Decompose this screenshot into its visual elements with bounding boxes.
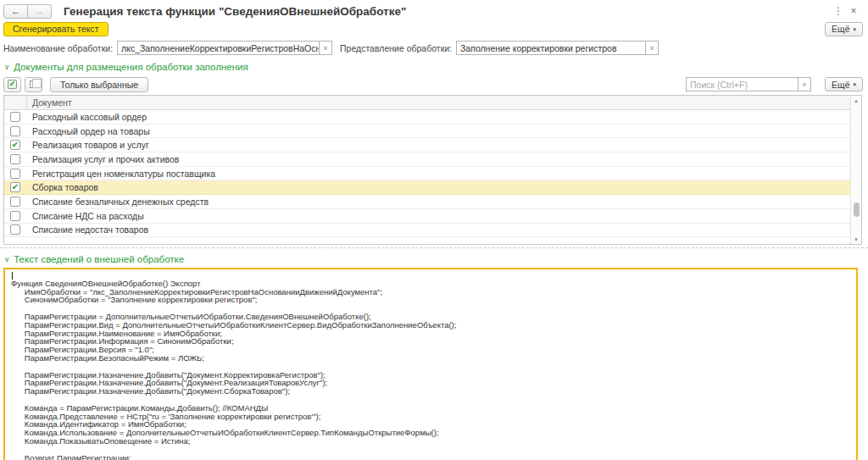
close-icon[interactable]: × xyxy=(846,5,861,17)
row-checkbox[interactable] xyxy=(10,154,20,164)
row-checkbox[interactable] xyxy=(10,169,20,179)
processing-name-label: Наименование обработки: xyxy=(3,43,113,53)
code-line: Возврат ПарамРегистрации; xyxy=(11,454,856,460)
table-header-row: Документ xyxy=(4,96,861,110)
clear-name-icon[interactable]: × xyxy=(319,42,331,54)
code-line: ПарамРегистрации.БезопасныйРежим = ЛОЖЬ; xyxy=(11,354,856,363)
search-input[interactable] xyxy=(687,78,798,91)
section-splitter[interactable] xyxy=(0,247,868,248)
row-checkbox[interactable]: ✔ xyxy=(10,140,20,150)
generate-text-button[interactable]: Сгенерировать текст xyxy=(3,22,108,36)
row-checkbox[interactable] xyxy=(10,197,20,207)
row-checkbox[interactable] xyxy=(10,126,20,136)
row-checkbox[interactable] xyxy=(10,211,20,221)
scrollbar-thumb[interactable] xyxy=(854,202,860,217)
documents-table: Документ Расходный кассовый ордерРасходн… xyxy=(3,95,862,245)
code-line xyxy=(11,446,856,454)
code-line: ПарамРегистрации.Назначение.Добавить("До… xyxy=(11,387,856,396)
document-name: Реализация услуг и прочих активов xyxy=(32,154,179,164)
document-name: Регистрация цен номенклатуры поставщика xyxy=(32,169,215,179)
search-input-group: × xyxy=(686,77,811,91)
processing-name-input-group: лкс_ЗаполнениеКорректировкиРегистровНаОс… xyxy=(117,41,332,55)
check-all-button[interactable]: ✔ xyxy=(3,77,21,92)
uncheck-all-icon xyxy=(30,80,37,88)
uncheck-all-button[interactable] xyxy=(25,77,42,92)
more-button-label: Ещё xyxy=(832,24,849,34)
document-name: Сборка товаров xyxy=(32,182,98,192)
text-cursor xyxy=(12,272,13,280)
table-row[interactable]: Расходный ордер на товары xyxy=(4,125,850,139)
only-selected-button[interactable]: Только выбранные xyxy=(50,77,148,92)
document-name: Реализация товаров и услуг xyxy=(32,140,149,150)
code-line: СинонимОбработки = "Заполнение корректир… xyxy=(11,296,856,304)
scroll-down-icon[interactable]: ▼ xyxy=(851,236,861,243)
documents-section-title: Документы для размещения обработки запол… xyxy=(14,62,248,72)
navigation-buttons: ← → xyxy=(3,4,52,19)
code-section-header[interactable]: ∨ Текст сведений о внешней обработке xyxy=(0,253,868,265)
page-title: Генерация текста функции "СведенияОВнешн… xyxy=(64,5,406,18)
code-section-title: Текст сведений о внешней обработке xyxy=(14,254,184,264)
check-all-icon: ✔ xyxy=(8,80,17,89)
collapse-chevron-icon: ∨ xyxy=(4,64,9,71)
table-row[interactable]: ✔Реализация товаров и услуг xyxy=(4,138,850,152)
collapse-chevron-icon: ∨ xyxy=(4,256,9,263)
code-line: Команда.ПоказыватьОповещение = Истина; xyxy=(11,437,856,446)
document-name: Списание НДС на расходы xyxy=(32,211,144,221)
table-scrollbar[interactable]: ▲ ▼ xyxy=(850,96,861,244)
code-editor[interactable]: Функция СведенияОВнешнейОбработке() Эксп… xyxy=(3,268,858,460)
presentation-input-group: Заполнение корректировки регистров × xyxy=(456,41,659,55)
document-name: Списание недостач товаров xyxy=(32,224,148,235)
chevron-down-icon: ▾ xyxy=(853,81,856,87)
processing-name-field[interactable]: лкс_ЗаполнениеКорректировкиРегистровНаОс… xyxy=(118,42,319,54)
kebab-menu-icon[interactable]: ⋮ xyxy=(831,5,846,17)
table-row[interactable]: Списание безналичных денежных средств xyxy=(4,195,850,209)
document-name: Расходный ордер на товары xyxy=(32,126,150,136)
table-row[interactable]: ✔Сборка товаров xyxy=(4,180,850,195)
table-row[interactable]: Регистрация цен номенклатуры поставщика xyxy=(4,167,850,181)
table-row[interactable]: Реализация услуг и прочих активов xyxy=(4,152,850,167)
presentation-label: Представление обработки: xyxy=(340,43,452,53)
forward-arrow-icon: → xyxy=(35,7,44,16)
document-rows: Расходный кассовый ордерРасходный ордер … xyxy=(4,110,850,237)
row-checkbox[interactable] xyxy=(10,112,20,122)
clear-presentation-icon[interactable]: × xyxy=(645,42,658,54)
row-checkbox[interactable] xyxy=(10,224,20,235)
clear-search-icon[interactable]: × xyxy=(798,78,810,91)
table-row[interactable]: Расходный кассовый ордер xyxy=(4,110,850,125)
back-button[interactable]: ← xyxy=(3,4,28,19)
chevron-down-icon: ▾ xyxy=(853,26,856,32)
table-row[interactable]: Списание недостач товаров xyxy=(4,224,850,238)
fields-row: Наименование обработки: лкс_ЗаполнениеКо… xyxy=(0,40,868,56)
table-row[interactable]: Списание НДС на расходы xyxy=(4,209,850,224)
row-checkbox[interactable]: ✔ xyxy=(10,182,20,192)
presentation-field[interactable]: Заполнение корректировки регистров xyxy=(457,42,645,54)
document-name: Списание безналичных денежных средств xyxy=(32,197,209,207)
documents-section-header[interactable]: ∨ Документы для размещения обработки зап… xyxy=(0,61,868,73)
more-button-label: Ещё xyxy=(832,80,849,90)
code-editor-lines: Функция СведенияОВнешнейОбработке() Эксп… xyxy=(11,271,856,460)
checkbox-column-header xyxy=(4,96,27,109)
back-arrow-icon: ← xyxy=(11,7,20,16)
document-column-header[interactable]: Документ xyxy=(27,97,72,108)
table-more-button[interactable]: Ещё ▾ xyxy=(825,77,863,91)
scroll-up-icon[interactable]: ▲ xyxy=(851,97,861,104)
window-titlebar: ← → Генерация текста функции "СведенияОВ… xyxy=(0,0,868,19)
document-name: Расходный кассовый ордер xyxy=(32,112,147,122)
form-more-button[interactable]: Ещё ▾ xyxy=(825,22,863,36)
command-bar: Сгенерировать текст Ещё ▾ xyxy=(0,19,868,36)
documents-toolbar: ✔ Только выбранные × Ещё ▾ xyxy=(0,76,868,92)
forward-button[interactable]: → xyxy=(27,4,52,19)
